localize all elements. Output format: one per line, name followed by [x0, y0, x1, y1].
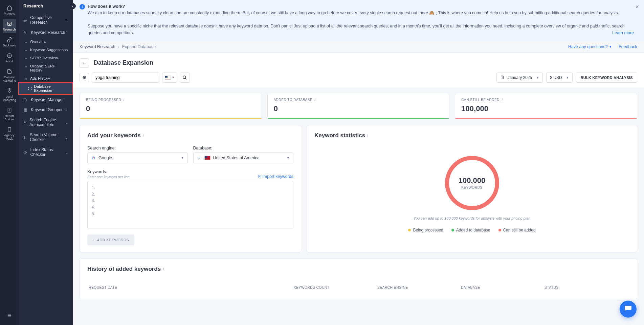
chevron-down-icon: ⌄	[65, 108, 68, 112]
sb-kw-manager[interactable]: ◷ Keyword Manager	[19, 95, 73, 105]
rail-collapse[interactable]	[3, 310, 16, 322]
import-label: Import keywords	[262, 174, 293, 179]
flag-us-icon	[165, 76, 171, 80]
rail-projects[interactable]: Projects	[3, 3, 16, 17]
svg-point-2	[7, 54, 12, 58]
chevron-down-icon: ▼	[172, 76, 175, 79]
keyword-search[interactable]	[92, 73, 159, 83]
sb-sub-label: Organic SERP History	[30, 64, 55, 72]
legend-label: Being processed	[413, 228, 443, 232]
svg-point-1	[9, 23, 10, 24]
stat-label: BEING PROCESSED	[86, 98, 121, 102]
add-keywords-button[interactable]: + ADD KEYWORDS	[87, 235, 134, 245]
line: 3.	[92, 198, 289, 204]
info-icon[interactable]: i	[143, 134, 144, 137]
panel-heading: History of added keywords	[87, 266, 161, 272]
haveq-text: Have any questions?	[568, 44, 608, 49]
close-banner[interactable]: ✕	[635, 3, 639, 11]
sb-serp[interactable]: SERP Overview	[19, 54, 73, 62]
donut-value: 100,000	[459, 176, 486, 185]
rail-local[interactable]: Local Marketing	[3, 86, 16, 104]
col-status: STATUS	[545, 285, 628, 289]
sb-label: Index Status Checker	[30, 147, 65, 157]
sb-volume[interactable]: ⫾ Search Volume Checker ⌄	[19, 130, 73, 145]
clock-icon: ◷	[23, 97, 28, 102]
chat-button[interactable]	[620, 301, 637, 318]
sb-keyword-research[interactable]: ✎ Keyword Research ⌃	[19, 27, 73, 38]
sb-ads[interactable]: Ads History	[19, 74, 73, 82]
se-value: Google	[98, 156, 112, 160]
learn-more-link[interactable]: Learn more	[612, 30, 634, 36]
sb-label: Keyword Manager	[31, 97, 64, 102]
rail-research[interactable]: Research	[3, 19, 16, 33]
sb-sub-label: Keyword Suggestions	[30, 48, 68, 52]
chevron-down-icon: ⌄	[65, 150, 68, 154]
stat-value: 0	[86, 104, 256, 113]
info-icon[interactable]: i	[367, 134, 368, 137]
dot-icon	[498, 229, 501, 231]
feedback-link[interactable]: Feedback	[619, 44, 637, 49]
bulk-analysis-button[interactable]: BULK KEYWORD ANALYSIS	[576, 73, 637, 83]
sb-suggestions[interactable]: Keyword Suggestions	[19, 46, 73, 54]
stat-label: CAN STILL BE ADDED	[461, 98, 499, 102]
database-select[interactable]: G United States of America ▼	[193, 153, 294, 163]
sb-overview[interactable]: Overview	[19, 38, 73, 46]
rail-agency[interactable]: Agency Pack	[3, 124, 16, 142]
flag-us-icon	[204, 156, 210, 160]
globe-icon: ◍	[23, 150, 28, 155]
rail-audit[interactable]: Audit	[3, 50, 16, 65]
keyword-input[interactable]	[92, 75, 159, 80]
search-engine-select[interactable]: Google ▼	[87, 153, 188, 163]
sb-autocomplete[interactable]: ✎ Search Engine Autocomplete ⌄	[19, 115, 73, 130]
sb-organic[interactable]: Organic SERP History	[19, 62, 73, 74]
currency-selector[interactable]: $ USD ▼	[546, 73, 573, 83]
dot-icon	[451, 229, 454, 231]
sb-label: Competitive Research	[30, 15, 65, 25]
sb-database-expansion[interactable]: ⛶ Database Expansion	[19, 82, 73, 95]
sb-index[interactable]: ◍ Index Status Checker ⌄	[19, 145, 73, 160]
svg-point-6	[183, 76, 186, 79]
search-button[interactable]	[180, 73, 190, 83]
plus-icon: +	[93, 238, 95, 242]
legend-can: Can still be added	[498, 228, 536, 232]
rail-backlinks[interactable]: Backlinks	[3, 35, 16, 49]
rail-label: Backlinks	[3, 44, 16, 47]
info-icon[interactable]: i	[123, 98, 125, 102]
kw-hint: Enter one keyword per line	[87, 175, 130, 179]
stat-added: ADDED TO DATABASEi 0	[267, 93, 450, 119]
currency-value: $ USD	[550, 75, 562, 80]
locale-selector[interactable]: ▼	[162, 73, 177, 83]
bars-icon: ⫾	[23, 135, 27, 140]
add-keywords-panel: Add your keywordsi Search engine: Google…	[80, 125, 301, 252]
svg-text:G: G	[198, 157, 200, 159]
month-selector[interactable]: 🗓 January 2025 ▼	[496, 73, 543, 83]
add-button[interactable]: ⊕	[80, 73, 89, 82]
have-questions[interactable]: Have any questions? ▼	[568, 44, 612, 49]
import-keywords[interactable]: ⎘ Import keywords	[258, 174, 293, 179]
page-title: Database Expansion	[94, 59, 153, 66]
back-button[interactable]: ←	[80, 58, 89, 68]
crumb-b: Expand Database	[122, 44, 156, 49]
rail-report[interactable]: Report Builder	[3, 105, 16, 123]
history-panel: History of added keywordsi REQUEST DATE …	[80, 259, 637, 299]
kw-label: Keywords:	[87, 169, 130, 174]
info-icon[interactable]: i	[163, 267, 164, 271]
info-icon[interactable]: i	[502, 98, 503, 102]
sb-competitive[interactable]: ◎ Competitive Research ⌄	[19, 13, 73, 27]
keywords-textarea[interactable]: 1. 2. 3. 4. 5.	[87, 181, 293, 228]
banner-p2: Suppose you have a specific niche that t…	[88, 24, 625, 35]
chevron-down-icon: ▼	[287, 156, 290, 160]
sb-label: Keyword Grouper	[31, 107, 63, 112]
line: 2.	[92, 191, 289, 198]
month-value: January 2025	[507, 75, 532, 80]
chevron-down-icon: ▼	[609, 45, 612, 48]
sb-kw-grouper[interactable]: ▦ Keyword Grouper ⌄	[19, 105, 73, 115]
rail-content[interactable]: Content Marketing	[3, 66, 16, 84]
chevron-down-icon: ⌄	[65, 136, 68, 139]
crumb-a[interactable]: Keyword Research	[80, 44, 115, 49]
info-icon[interactable]: i	[314, 98, 316, 102]
se-label: Search engine:	[87, 146, 188, 150]
banner-p1: We aim to keep our databases squeaky cle…	[88, 11, 619, 15]
sidebar-collapse[interactable]: ‹	[70, 3, 76, 9]
panel-heading: Add your keywords	[87, 132, 141, 139]
